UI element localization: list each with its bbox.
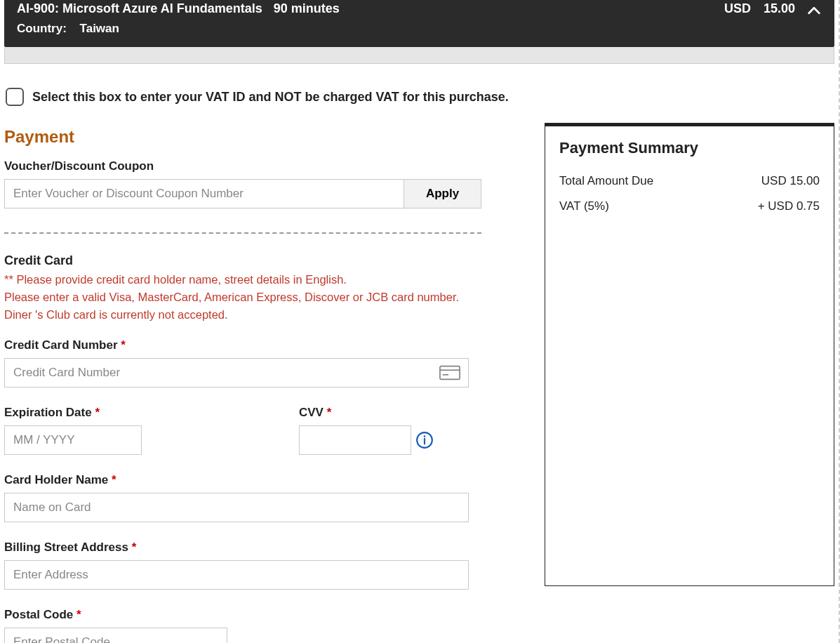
vat-value: + USD 0.75 (758, 199, 820, 213)
credit-card-icon (439, 365, 460, 380)
section-divider (4, 232, 481, 234)
svg-rect-0 (440, 366, 460, 380)
country-label: Country: (17, 22, 67, 35)
chevron-up-icon[interactable] (806, 3, 822, 18)
exam-price: 15.00 (764, 1, 795, 16)
vat-label: VAT (5%) (559, 199, 609, 213)
cc-number-label: Credit Card Number (4, 338, 118, 352)
voucher-input[interactable] (4, 179, 404, 208)
voucher-label: Voucher/Discount Coupon (4, 159, 481, 173)
credit-card-notes: ** Please provide credit card holder nam… (4, 271, 481, 323)
required-mark: * (128, 541, 136, 554)
billing-address-label: Billing Street Address (4, 541, 128, 554)
payment-summary-panel: Payment Summary Total Amount Due USD 15.… (545, 123, 834, 586)
postal-code-input[interactable] (4, 628, 227, 643)
total-due-value: USD 15.00 (761, 174, 820, 188)
exam-title: AI-900: Microsoft Azure AI Fundamentals (17, 1, 262, 16)
expiration-date-input[interactable] (4, 425, 142, 455)
total-due-label: Total Amount Due (559, 174, 653, 188)
country-value: Taiwan (80, 22, 119, 35)
vat-checkbox[interactable] (6, 88, 24, 106)
vat-checkbox-label: Select this box to enter your VAT ID and… (32, 90, 509, 105)
cvv-input[interactable] (299, 425, 411, 455)
required-mark: * (118, 338, 126, 352)
apply-button[interactable]: Apply (404, 179, 481, 208)
header-bottom-strip (4, 47, 834, 64)
cvv-label: CVV (299, 406, 324, 419)
required-mark: * (73, 608, 81, 621)
expiration-label: Expiration Date (4, 406, 92, 419)
card-holder-name-input[interactable] (4, 493, 469, 522)
exam-currency: USD (724, 1, 751, 16)
billing-address-input[interactable] (4, 560, 469, 590)
exam-summary-header[interactable]: AI-900: Microsoft Azure AI Fundamentals … (4, 0, 834, 47)
payment-heading: Payment (4, 127, 481, 147)
credit-card-section-title: Credit Card (4, 253, 481, 268)
required-mark: * (324, 406, 331, 419)
info-icon[interactable] (415, 431, 434, 449)
card-holder-label: Card Holder Name (4, 473, 108, 486)
required-mark: * (92, 406, 100, 419)
cc-note-2: Please enter a valid Visa, MasterCard, A… (4, 289, 481, 306)
postal-code-label: Postal Code (4, 608, 73, 621)
required-mark: * (108, 473, 116, 486)
cc-note-3: Diner 's Club card is currently not acce… (4, 306, 481, 324)
svg-point-5 (424, 436, 426, 438)
cc-note-1: ** Please provide credit card holder nam… (4, 271, 481, 289)
exam-duration: 90 minutes (274, 1, 340, 16)
credit-card-number-input[interactable] (4, 358, 469, 387)
payment-summary-title: Payment Summary (559, 139, 820, 157)
